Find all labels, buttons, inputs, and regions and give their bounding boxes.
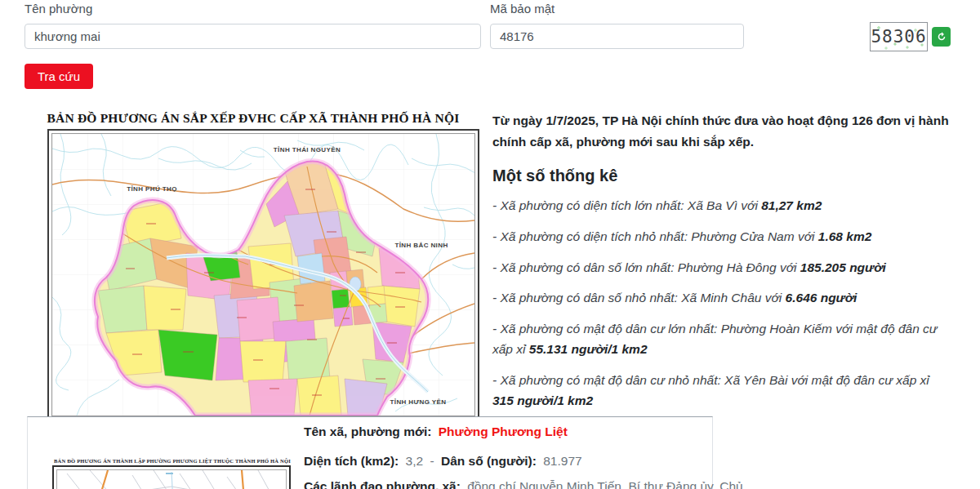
result-stats-line: Diện tích (km2): 3,2 - Dân số (người): 8…	[304, 454, 582, 469]
label-phu-tho: TỈNH PHÚ THỌ	[127, 185, 177, 193]
info-panel: Từ ngày 1/7/2025, TP Hà Nội chính thức đ…	[492, 110, 951, 411]
main-map-title: BẢN ĐỒ PHƯƠNG ÁN SẮP XẾP ĐVHC CẤP XÃ THÀ…	[24, 111, 482, 126]
stat-largest-population: - Xã phường có dân số lớn nhất: Phường H…	[492, 258, 951, 278]
stat-smallest-area: - Xã phường có diện tích nhỏ nhất: Phườn…	[492, 227, 951, 247]
page: { "form": { "ward_label": "Tên phường", …	[0, 0, 980, 489]
captcha-refresh-button[interactable]	[932, 27, 951, 47]
population-label: Dân số (người):	[441, 454, 537, 468]
stat-largest-area: - Xã phường có diện tích lớn nhất: Xã Ba…	[492, 196, 951, 216]
mini-map-title: BẢN ĐỒ PHƯƠNG ÁN THÀNH LẬP PHƯỜNG PHƯƠNG…	[51, 458, 294, 464]
result-name-line: Tên xã, phường mới: Phường Phương Liệt	[304, 425, 568, 439]
leaders-value: đồng chí Nguyễn Minh Tiến, Bí thư Đảng ủ…	[467, 479, 743, 489]
result-name-label: Tên xã, phường mới:	[304, 425, 431, 438]
area-label: Diện tích (km2):	[304, 454, 399, 468]
security-code-label: Mã bảo mật	[490, 2, 555, 16]
hanoi-map-image: TỈNH THÁI NGUYÊN TỈNH PHÚ THỌ TỈNH BẮC N…	[47, 129, 479, 420]
result-leaders-line: Các lãnh đạo phường, xã: đồng chí Nguyễn…	[304, 479, 743, 489]
result-card: BẢN ĐỒ PHƯƠNG ÁN THÀNH LẬP PHƯỜNG PHƯƠNG…	[27, 416, 713, 489]
captcha-image: 58306	[870, 22, 928, 51]
search-button[interactable]: Tra cứu	[24, 64, 93, 89]
ward-name-input[interactable]	[24, 24, 481, 49]
stats-heading: Một số thống kê	[492, 167, 951, 185]
population-value: 81.977	[543, 454, 581, 468]
stat-highest-density: - Xã phường có mật độ dân cư lớn nhất: P…	[492, 319, 951, 360]
stat-smallest-population: - Xã phường có dân số nhỏ nhất: Xã Minh …	[492, 288, 951, 309]
security-code-input[interactable]	[490, 24, 744, 49]
refresh-icon	[936, 31, 947, 42]
label-thai-nguyen: TỈNH THÁI NGUYÊN	[274, 146, 341, 153]
result-name-value: Phường Phương Liệt	[439, 425, 568, 438]
intro-text: Từ ngày 1/7/2025, TP Hà Nội chính thức đ…	[492, 110, 951, 153]
label-bac-ninh: TỈNH BẮC NINH	[394, 242, 448, 249]
label-hung-yen: TỈNH HƯNG YÊN	[390, 398, 446, 406]
separator: -	[430, 454, 434, 468]
area-value: 3,2	[406, 454, 424, 468]
ward-name-label: Tên phường	[24, 2, 92, 16]
ward-map-image	[52, 465, 291, 489]
leaders-label: Các lãnh đạo phường, xã:	[304, 479, 461, 489]
stat-lowest-density: - Xã phường có mật độ dân cư nhỏ nhất: X…	[492, 371, 951, 411]
